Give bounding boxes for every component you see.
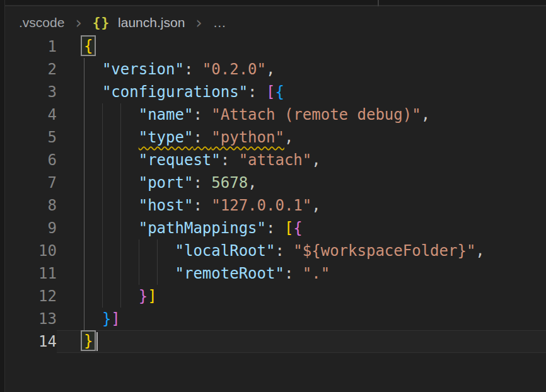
code-token: :	[193, 197, 211, 214]
code-line-content[interactable]: }	[57, 330, 546, 353]
line-number[interactable]: 13	[5, 308, 57, 330]
indent-guide	[84, 239, 84, 262]
code-line-3[interactable]: 3 "configurations": [{	[5, 81, 546, 103]
code-line-content[interactable]: }]	[57, 285, 546, 308]
code-token: "port"	[139, 174, 194, 192]
code-line-content[interactable]: "host": "127.0.0.1",	[57, 194, 546, 217]
code-line-10[interactable]: 10 "localRoot": "${workspaceFolder}",	[5, 239, 546, 262]
line-number[interactable]: 1	[5, 35, 57, 58]
code-line-9[interactable]: 9 "pathMappings": [{	[5, 217, 546, 239]
indent-guide	[84, 285, 84, 308]
code-line-content[interactable]: "remoteRoot": "."	[57, 262, 546, 285]
indent-guide	[120, 126, 121, 149]
code-line-content[interactable]: "type": "python",	[57, 126, 546, 149]
code-line-8[interactable]: 8 "host": "127.0.0.1",	[5, 194, 546, 217]
code-token: :	[193, 174, 211, 192]
line-number[interactable]: 14	[5, 330, 57, 353]
code-token: "127.0.0.1"	[211, 197, 311, 214]
code-line-content[interactable]: "configurations": [{	[57, 81, 546, 103]
chevron-right-icon: ›	[75, 16, 81, 29]
code-line-content[interactable]: "localRoot": "${workspaceFolder}",	[57, 239, 546, 262]
line-number[interactable]: 10	[5, 239, 57, 262]
code-token: :	[193, 106, 211, 124]
code-token: "attach"	[239, 151, 312, 169]
code-line-content[interactable]: {	[57, 35, 546, 58]
tab-bar-edge	[0, 0, 546, 6]
line-number[interactable]: 3	[5, 81, 57, 103]
code-line-13[interactable]: 13 }]	[5, 308, 546, 330]
indent-spaces	[84, 197, 139, 214]
indent-guide	[102, 239, 103, 262]
code-token: "localRoot"	[175, 242, 276, 260]
code-line-4[interactable]: 4 "name": "Attach (remote debug)",	[5, 103, 546, 126]
code-token: ,	[284, 129, 293, 146]
line-number[interactable]: 4	[5, 103, 57, 126]
code-token: }	[102, 310, 111, 328]
indent-spaces	[84, 265, 175, 282]
code-token: [	[284, 219, 293, 237]
code-line-2[interactable]: 2 "version": "0.2.0",	[5, 58, 546, 81]
code-line-content[interactable]: "pathMappings": [{	[57, 217, 546, 239]
indent-guide	[84, 149, 84, 171]
tab-divider	[378, 0, 379, 6]
code-line-12[interactable]: 12 }]	[5, 285, 546, 308]
code-line-content[interactable]: "name": "Attach (remote debug)",	[57, 103, 546, 126]
line-number[interactable]: 5	[5, 126, 57, 149]
code-line-content[interactable]: }]	[57, 308, 546, 330]
line-number[interactable]: 9	[5, 217, 57, 239]
breadcrumb-folder[interactable]: .vscode	[19, 15, 64, 30]
code-token: :	[221, 151, 239, 169]
code-token: :	[275, 242, 293, 260]
text-cursor	[96, 332, 98, 351]
indent-spaces	[84, 61, 102, 78]
code-editor[interactable]: 1{2 "version": "0.2.0",3 "configurations…	[5, 35, 546, 353]
indent-guide	[120, 194, 121, 217]
indent-guide	[120, 239, 121, 262]
code-token: 5678	[211, 174, 248, 192]
indent-guide	[84, 262, 84, 285]
indent-guide	[102, 262, 103, 285]
code-token: "name"	[139, 106, 194, 124]
line-number[interactable]: 6	[5, 149, 57, 171]
code-line-6[interactable]: 6 "request": "attach",	[5, 149, 546, 171]
code-line-content[interactable]: "version": "0.2.0",	[57, 58, 546, 81]
code-line-11[interactable]: 11 "remoteRoot": "."	[5, 262, 546, 285]
code-line-1[interactable]: 1{	[5, 35, 546, 58]
breadcrumb-file[interactable]: {} launch.json	[93, 15, 185, 30]
indent-guide	[157, 262, 158, 285]
code-token: "0.2.0"	[202, 61, 266, 78]
code-token: "remoteRoot"	[175, 265, 284, 282]
indent-spaces	[84, 310, 102, 328]
indent-guide	[102, 171, 103, 194]
indent-spaces	[84, 242, 175, 260]
line-number[interactable]: 7	[5, 171, 57, 194]
code-token: :	[284, 265, 303, 282]
line-number[interactable]: 11	[5, 262, 57, 285]
code-token: ,	[475, 242, 484, 260]
indent-spaces	[84, 83, 102, 101]
breadcrumb-symbol-ellipsis[interactable]: …	[213, 15, 226, 30]
code-token: }	[139, 287, 148, 305]
indent-guide	[84, 103, 84, 126]
line-number[interactable]: 2	[5, 58, 57, 81]
indent-spaces	[84, 287, 139, 305]
code-token: :	[266, 219, 284, 237]
code-token: ,	[311, 197, 320, 214]
code-token: "type"	[139, 129, 194, 146]
code-token: "${workspaceFolder}"	[293, 242, 475, 260]
indent-guide	[102, 285, 103, 308]
code-token: "configurations"	[102, 83, 248, 101]
code-line-14[interactable]: 14}	[5, 330, 546, 353]
line-number[interactable]: 8	[5, 194, 57, 217]
code-line-content[interactable]: "port": 5678,	[57, 171, 546, 194]
indent-guide	[84, 194, 84, 217]
code-line-7[interactable]: 7 "port": 5678,	[5, 171, 546, 194]
code-line-5[interactable]: 5 "type": "python",	[5, 126, 546, 149]
line-number[interactable]: 12	[5, 285, 57, 308]
code-token: "."	[303, 265, 330, 282]
indent-guide	[84, 126, 84, 149]
code-token: "version"	[102, 61, 184, 78]
bracket-match: }	[81, 330, 96, 351]
code-line-content[interactable]: "request": "attach",	[57, 149, 546, 171]
indent-guide	[84, 308, 84, 330]
